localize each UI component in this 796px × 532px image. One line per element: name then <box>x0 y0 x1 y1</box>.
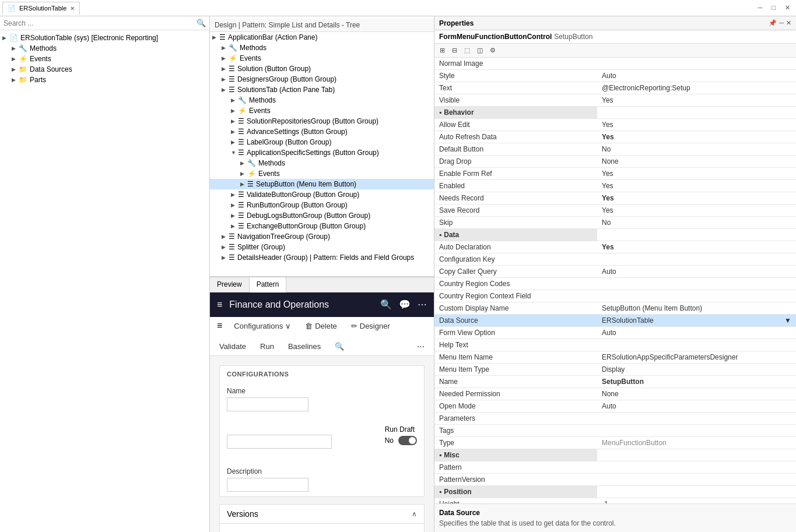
search-input[interactable] <box>3 19 194 27</box>
table-row[interactable]: Text@ElectronicReporting:Setup <box>434 82 796 94</box>
table-row[interactable]: Save RecordYes <box>434 205 796 217</box>
design-tree-item[interactable]: ▶☰DesignersGroup (Button Group) <box>210 74 434 84</box>
table-row[interactable]: Needed PermissionNone <box>434 388 796 400</box>
more-fo-icon[interactable]: ⋯ <box>418 299 427 310</box>
prop-tool-2[interactable]: ⊟ <box>449 45 460 56</box>
table-row[interactable]: Configuration Key <box>434 253 796 266</box>
design-tree-item[interactable]: ▼☰ApplicationSpecificSettings (Button Gr… <box>210 147 434 158</box>
design-tree-item[interactable]: ▶☰SetupButton (Menu Item Button) <box>210 179 434 189</box>
prop-close-button[interactable]: ✕ <box>786 19 791 27</box>
chat-fo-icon[interactable]: 💬 <box>399 299 411 310</box>
table-row[interactable]: Parameters <box>434 413 796 425</box>
minimize-button[interactable]: ─ <box>755 3 766 13</box>
prop-dropdown[interactable]: ERSolutionTable▼ <box>602 316 791 325</box>
design-tree-item[interactable]: ▶☰DetailsHeader (Group) | Pattern: Field… <box>210 252 434 263</box>
left-tree-item[interactable]: ▶🔧Methods <box>0 43 209 54</box>
table-row[interactable]: Needs RecordYes <box>434 192 796 205</box>
collapse-versions-button[interactable]: ∧ <box>412 510 417 518</box>
table-row[interactable]: Country Region Codes <box>434 278 796 290</box>
design-tree-item[interactable]: ▶⚡Events <box>210 168 434 179</box>
table-row[interactable]: Allow EditYes <box>434 119 796 131</box>
design-tree-item[interactable]: ▶🔧Methods <box>210 158 434 168</box>
design-tree-item[interactable]: ▶☰DebugLogsButtonGroup (Button Group) <box>210 210 434 221</box>
table-row[interactable]: Pattern <box>434 461 796 474</box>
design-tree-item[interactable]: ▶☰LabelGroup (Button Group) <box>210 137 434 147</box>
table-row[interactable]: EnabledYes <box>434 180 796 192</box>
tab-preview[interactable]: Preview <box>210 277 250 292</box>
prop-section-header[interactable]: ▪ Position <box>434 486 597 498</box>
close-button[interactable]: ✕ <box>781 3 794 13</box>
prop-minimize-button[interactable]: ─ <box>779 19 784 27</box>
design-tree-item[interactable]: ▶☰ApplicationBar (Action Pane) <box>210 32 434 43</box>
tab-close-button[interactable]: ✕ <box>70 5 75 12</box>
left-tree-item[interactable]: ▶⚡Events <box>0 54 209 64</box>
table-row[interactable]: Auto DeclarationYes <box>434 241 796 253</box>
design-tree-item[interactable]: ▶☰Splitter (Group) <box>210 242 434 252</box>
design-tree-item[interactable]: ▶⚡Events <box>210 53 434 64</box>
design-tree-item[interactable]: ▶☰SolutionRepositoriesGroup (Button Grou… <box>210 116 434 126</box>
table-row[interactable]: StyleAuto <box>434 70 796 82</box>
hamburger-icon[interactable]: ≡ <box>217 300 222 310</box>
tab-pattern[interactable]: Pattern <box>250 277 287 293</box>
design-tree-item[interactable]: ▶☰SolutionsTab (Action Pane Tab) <box>210 84 434 95</box>
design-tree-item[interactable]: ▶⚡Events <box>210 105 434 116</box>
table-row[interactable]: Open ModeAuto <box>434 400 796 413</box>
prop-tool-5[interactable]: ⚙ <box>487 45 499 56</box>
hamburger-toolbar-icon[interactable]: ≡ <box>217 320 222 331</box>
table-row[interactable]: Menu Item TypeDisplay <box>434 364 796 376</box>
table-row[interactable]: Auto Refresh DataYes <box>434 131 796 143</box>
name-input-2[interactable] <box>227 435 332 449</box>
design-tree-item[interactable]: ▶☰ValidateButtonGroup (Button Group) <box>210 189 434 200</box>
left-tree-item[interactable]: ▶📄ERSolutionTable (sys) [Electronic Repo… <box>0 33 209 43</box>
design-tree-item[interactable]: ▶☰ExchangeButtonGroup (Button Group) <box>210 221 434 231</box>
table-row[interactable]: Country Region Context Field <box>434 290 796 302</box>
table-row[interactable]: PatternVersion <box>434 474 796 486</box>
baselines-button[interactable]: Baselines <box>286 341 323 352</box>
table-row[interactable]: Custom Display NameSetupButton (Menu Ite… <box>434 302 796 315</box>
prop-tool-3[interactable]: ⬚ <box>461 45 473 56</box>
table-row[interactable]: Help Text <box>434 339 796 351</box>
design-tree-item[interactable]: ▶🔧Methods <box>210 43 434 53</box>
prop-pin-button[interactable]: 📌 <box>769 19 777 27</box>
run-draft-toggle[interactable] <box>398 436 417 445</box>
prop-section-header[interactable]: ▪ Data <box>434 229 597 241</box>
prop-section-header[interactable]: ▪ Behavior <box>434 107 597 118</box>
table-row[interactable]: Form View OptionAuto <box>434 327 796 339</box>
maximize-button[interactable]: □ <box>768 3 779 13</box>
left-tree-item[interactable]: ▶📁Parts <box>0 75 209 85</box>
table-row[interactable]: Drag DropNone <box>434 156 796 168</box>
table-row[interactable]: Default ButtonNo <box>434 143 796 156</box>
search-fo-icon[interactable]: 🔍 <box>380 299 392 310</box>
table-row[interactable]: Menu Item NameERSolutionAppSpecificParam… <box>434 351 796 364</box>
prop-section-header[interactable]: ▪ Misc <box>434 449 597 461</box>
designer-button[interactable]: ✏ Designer <box>349 320 392 332</box>
description-input[interactable] <box>227 478 308 492</box>
name-input[interactable] <box>227 397 308 411</box>
design-tree-item[interactable]: ▶☰RunButtonGroup (Button Group) <box>210 200 434 210</box>
prop-tool-4[interactable]: ◫ <box>474 45 486 56</box>
fo-more-button[interactable]: ⋯ <box>415 341 427 352</box>
table-row[interactable]: Data SourceERSolutionTable▼ <box>434 315 796 327</box>
table-row[interactable]: NameSetupButton <box>434 376 796 388</box>
table-row[interactable]: Tags <box>434 425 796 437</box>
design-tree-item[interactable]: ▶☰NavigationTreeGroup (Group) <box>210 231 434 242</box>
validate-button[interactable]: Validate <box>217 341 248 352</box>
table-row[interactable]: Height-1 <box>434 498 796 504</box>
configurations-button[interactable]: Configurations ∨ <box>232 320 293 332</box>
design-tree-item[interactable]: ▶☰AdvanceSettings (Button Group) <box>210 126 434 137</box>
fo-search-button[interactable]: 🔍 <box>332 341 346 352</box>
left-tree-item[interactable]: ▶📁Data Sources <box>0 64 209 75</box>
table-row[interactable]: SkipNo <box>434 217 796 229</box>
window-tab[interactable]: 📄 ERSolutionTable ✕ <box>2 2 80 15</box>
delete-button[interactable]: 🗑 Delete <box>303 320 339 332</box>
table-row[interactable]: Copy Caller QueryAuto <box>434 266 796 278</box>
table-row[interactable]: Normal Image <box>434 58 796 70</box>
search-icon[interactable]: 🔍 <box>197 19 206 27</box>
design-tree-item[interactable]: ▶☰Solution (Button Group) <box>210 64 434 74</box>
prop-value-cell[interactable]: ERSolutionTable▼ <box>597 315 796 327</box>
run-button[interactable]: Run <box>258 341 276 352</box>
table-row[interactable]: VisibleYes <box>434 94 796 107</box>
dropdown-arrow-icon[interactable]: ▼ <box>784 316 791 325</box>
table-row[interactable]: TypeMenuFunctionButton <box>434 437 796 449</box>
prop-tool-1[interactable]: ⊞ <box>437 45 448 56</box>
